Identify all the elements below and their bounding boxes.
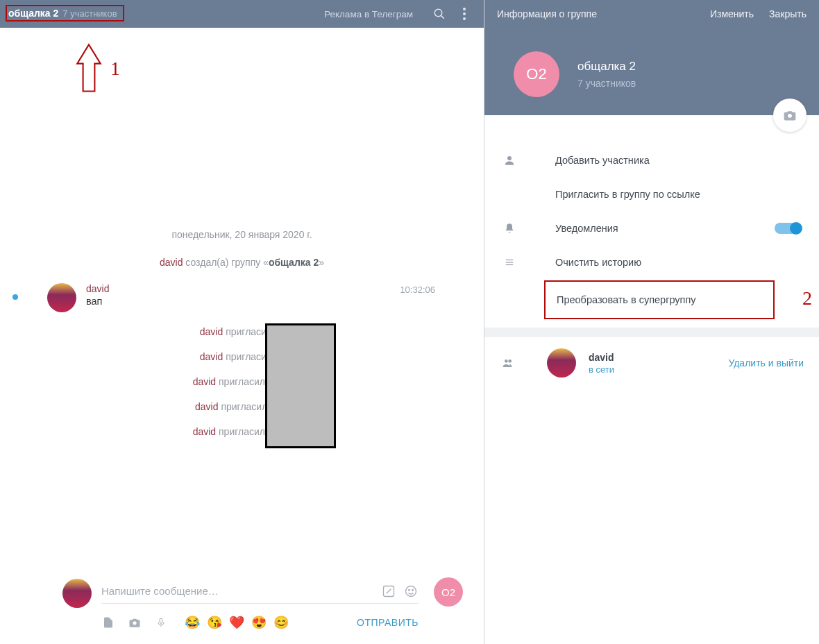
group-info-panel: Информация о группе Изменить Закрыть О2 … (484, 0, 819, 644)
emoji-icon[interactable] (403, 584, 419, 599)
invite-list: david пригласил(а) david пригласил(а) da… (0, 326, 484, 437)
send-button[interactable]: ОТПРАВИТЬ (357, 617, 419, 628)
notifications-toggle[interactable] (775, 223, 801, 234)
member-row[interactable]: david в сети Удалить и выйти (484, 337, 819, 389)
svg-rect-7 (160, 618, 162, 623)
attach-file-icon[interactable] (101, 616, 115, 629)
add-member-item[interactable]: Добавить участника (484, 143, 819, 178)
svg-point-6 (133, 621, 136, 625)
message-text: вап (86, 296, 463, 307)
convert-supergroup-item[interactable]: Преобразовать в супергруппу (546, 282, 773, 318)
group-profile: О2 общалка 2 7 участников (484, 28, 819, 115)
svg-point-4 (409, 589, 410, 591)
svg-point-3 (406, 586, 416, 596)
notifications-item[interactable]: Уведомления (484, 211, 819, 246)
section-divider (484, 328, 819, 337)
chat-panel: общалка 2 7 участников Реклама в Телегра… (0, 0, 484, 644)
svg-line-1 (441, 16, 444, 19)
person-icon (501, 154, 518, 167)
message-timestamp: 10:32:06 (400, 285, 435, 295)
close-button[interactable]: Закрыть (769, 8, 807, 19)
group-avatar[interactable]: О2 (514, 51, 559, 97)
chat-header[interactable]: общалка 2 7 участников Реклама в Телегра… (0, 0, 484, 28)
avatar[interactable] (47, 283, 76, 312)
date-divider: понедельник, 20 января 2020 г. (0, 229, 484, 240)
info-header: Информация о группе Изменить Закрыть (484, 0, 819, 28)
chat-messages: понедельник, 20 января 2020 г. david соз… (0, 28, 484, 570)
quick-emoji[interactable]: 😂😘❤️😍😊 (185, 615, 289, 630)
invite-link-item[interactable]: Пригласить в группу по ссылке (484, 178, 819, 211)
recipient-avatar[interactable]: О2 (434, 577, 463, 607)
chat-title-area[interactable]: общалка 2 7 участников (6, 5, 124, 22)
member-avatar[interactable] (547, 348, 576, 378)
search-icon[interactable] (432, 7, 446, 21)
member-name: david (589, 352, 614, 363)
message-input[interactable]: Напишите сообщение… (101, 585, 374, 597)
svg-point-13 (505, 359, 508, 363)
chat-title: общалка 2 (8, 8, 58, 19)
self-avatar[interactable] (62, 579, 92, 608)
members-icon (500, 357, 519, 368)
menu-lines-icon (501, 257, 518, 267)
annotation-arrow-1: 1 (74, 43, 120, 94)
group-subtitle: 7 участников (577, 78, 636, 89)
convert-supergroup-box: Преобразовать в супергруппу (544, 280, 775, 319)
leave-button[interactable]: Удалить и выйти (728, 357, 804, 368)
svg-point-8 (788, 114, 792, 118)
camera-icon[interactable] (128, 616, 142, 629)
member-status: в сети (589, 364, 614, 375)
chat-subtitle: 7 участников (62, 8, 117, 19)
system-message-created: david создал(а) группу «общалка 2» (0, 257, 484, 268)
svg-point-5 (412, 589, 414, 591)
redacted-block (265, 323, 336, 448)
annotation-1-label: 1 (110, 58, 120, 80)
group-name: общалка 2 (577, 60, 636, 74)
format-icon[interactable] (381, 584, 396, 599)
unread-dot-icon (12, 294, 18, 300)
clear-history-item[interactable]: Очистить историю (484, 246, 819, 279)
message-row: david вап 10:32:06 (47, 283, 463, 312)
annotation-2-label: 2 (802, 287, 812, 310)
more-icon[interactable] (457, 7, 471, 21)
info-header-title: Информация о группе (497, 8, 695, 19)
mic-icon[interactable] (154, 616, 168, 629)
composer: Напишите сообщение… 😂 (0, 570, 484, 644)
svg-point-0 (434, 9, 442, 17)
ad-banner[interactable]: Реклама в Телеграм (324, 9, 413, 19)
svg-point-14 (508, 359, 512, 363)
set-photo-button[interactable] (773, 99, 807, 132)
info-menu: Добавить участника Пригласить в группу п… (484, 115, 819, 319)
edit-button[interactable]: Изменить (710, 8, 754, 19)
bell-icon (501, 222, 518, 235)
svg-point-9 (507, 156, 512, 160)
